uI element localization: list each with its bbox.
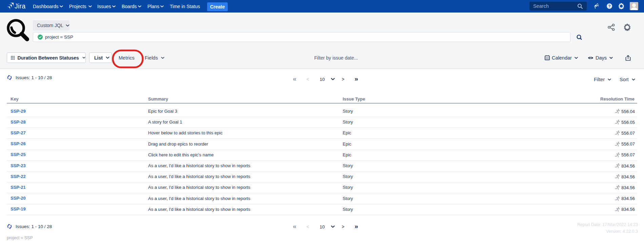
- svg-text:?: ?: [608, 4, 610, 8]
